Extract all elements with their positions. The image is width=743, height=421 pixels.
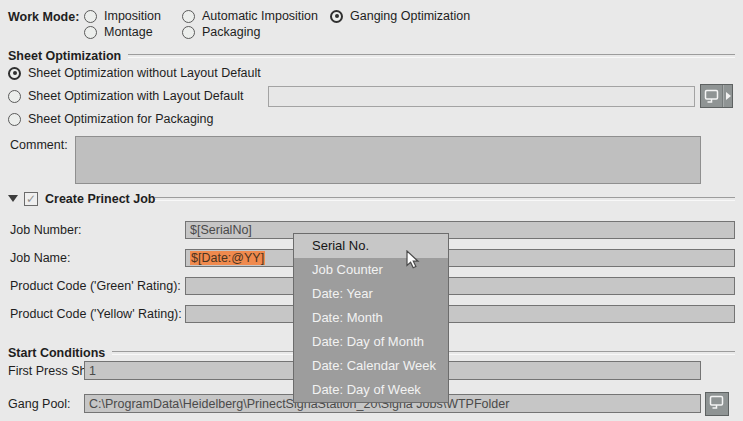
work-mode-label: Work Mode: <box>8 10 79 24</box>
layout-default-field[interactable] <box>268 86 695 107</box>
layout-default-browse-button[interactable] <box>700 84 733 108</box>
divider-line <box>128 54 735 58</box>
radio-sheet-opt-without-layout[interactable]: Sheet Optimization without Layout Defaul… <box>8 66 261 80</box>
radio-label: Sheet Optimization for Packaging <box>28 112 214 126</box>
radio-icon[interactable] <box>8 113 21 126</box>
radio-packaging[interactable]: Packaging <box>182 25 260 39</box>
radio-label: Montage <box>104 25 153 39</box>
ganging-optimization-panel: Work Mode: Imposition Automatic Impositi… <box>0 0 743 421</box>
radio-label: Automatic Imposition <box>202 9 318 23</box>
radio-label: Packaging <box>202 25 260 39</box>
job-name-field[interactable]: $[Date:@YY] <box>185 249 735 267</box>
radio-ganging-optimization[interactable]: Ganging Optimization <box>330 9 470 23</box>
radio-sheet-opt-with-layout[interactable]: Sheet Optimization with Layout Default <box>8 89 243 103</box>
mouse-cursor-icon <box>406 250 420 270</box>
menu-item-date-day-of-month[interactable]: Date: Day of Month <box>294 330 448 354</box>
radio-imposition[interactable]: Imposition <box>84 9 161 23</box>
radio-label: Sheet Optimization without Layout Defaul… <box>28 66 261 80</box>
product-code-green-field[interactable] <box>185 277 735 295</box>
job-name-label: Job Name: <box>10 249 70 267</box>
menu-item-date-day-of-week[interactable]: Date: Day of Week <box>294 378 448 402</box>
radio-label: Sheet Optimization with Layout Default <box>28 89 243 103</box>
gang-pool-browse-button[interactable] <box>705 392 729 416</box>
collapse-triangle-icon[interactable] <box>8 195 18 202</box>
selected-text: $[Date:@YY] <box>190 251 265 265</box>
radio-icon[interactable] <box>84 26 97 39</box>
resource-browse-icon <box>709 395 725 413</box>
radio-icon[interactable] <box>8 90 21 103</box>
radio-icon-selected[interactable] <box>330 10 343 23</box>
radio-icon[interactable] <box>182 10 195 23</box>
divider-line <box>155 197 735 201</box>
menu-item-date-month[interactable]: Date: Month <box>294 306 448 330</box>
sheet-optimization-header: Sheet Optimization <box>8 49 735 63</box>
create-prinect-job-checkbox[interactable]: ✓ <box>24 192 38 206</box>
group-title: Sheet Optimization <box>8 49 121 63</box>
radio-montage[interactable]: Montage <box>84 25 153 39</box>
radio-icon[interactable] <box>182 26 195 39</box>
job-number-field[interactable]: $[SerialNo] <box>185 221 735 239</box>
radio-label: Imposition <box>104 9 161 23</box>
product-code-yellow-label: Product Code ('Yellow' Rating): <box>10 305 182 323</box>
dropdown-arrow-icon[interactable] <box>724 85 732 107</box>
radio-icon[interactable] <box>84 10 97 23</box>
create-prinect-job-title: Create Prinect Job <box>45 192 155 206</box>
job-number-label: Job Number: <box>10 221 82 239</box>
comment-textarea[interactable] <box>75 136 701 184</box>
radio-icon-selected[interactable] <box>8 67 21 80</box>
resource-browse-icon <box>701 85 722 107</box>
product-code-green-label: Product Code ('Green' Rating): <box>10 277 181 295</box>
radio-automatic-imposition[interactable]: Automatic Imposition <box>182 9 318 23</box>
radio-label: Ganging Optimization <box>350 9 470 23</box>
group-title: Start Conditions <box>8 346 105 360</box>
menu-item-date-year[interactable]: Date: Year <box>294 282 448 306</box>
comment-label: Comment: <box>10 138 68 152</box>
menu-item-date-calendar-week[interactable]: Date: Calendar Week <box>294 354 448 378</box>
radio-sheet-opt-packaging[interactable]: Sheet Optimization for Packaging <box>8 112 214 126</box>
check-mark-icon: ✓ <box>26 193 36 205</box>
menu-item-serial-no[interactable]: Serial No. <box>294 234 448 258</box>
menu-item-job-counter[interactable]: Job Counter <box>294 258 448 282</box>
product-code-yellow-field[interactable] <box>185 305 735 323</box>
gang-pool-label: Gang Pool: <box>8 394 71 413</box>
variable-context-menu: Serial No. Job Counter Date: Year Date: … <box>293 233 449 403</box>
